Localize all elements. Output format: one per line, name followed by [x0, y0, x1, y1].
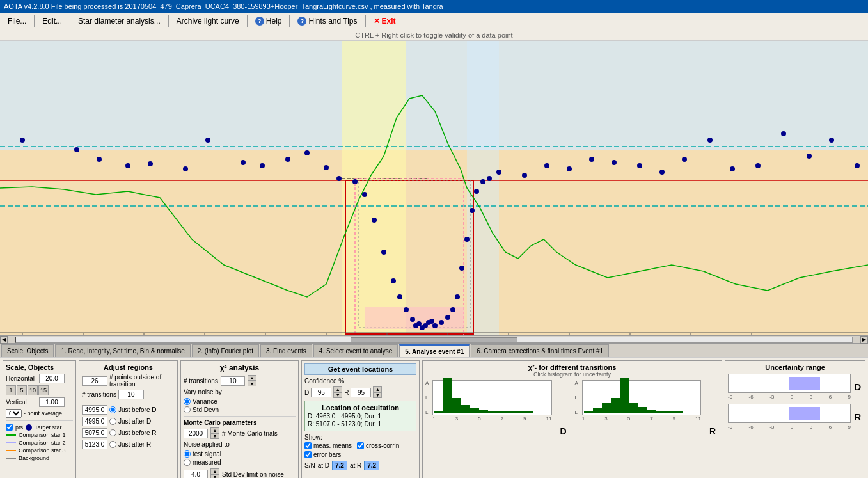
point-average-select[interactable]: 0 [6, 409, 22, 418]
scale-panel-title: Scale, Objects [6, 363, 73, 371]
just-before-r-radio[interactable] [109, 429, 116, 436]
scrollbar-thumb[interactable] [351, 337, 517, 342]
std-dev-stepper: ▲ ▼ [210, 468, 219, 478]
vertical-input[interactable] [39, 397, 65, 407]
exit-icon: ✕ [374, 17, 380, 26]
horizontal-scrollbar[interactable] [15, 337, 853, 343]
mc-trials-input[interactable] [184, 429, 208, 438]
tab-read-integrity[interactable]: 1. Read, Integrity, Set time, Bin & norm… [55, 344, 190, 357]
transitions-up[interactable]: ▲ [248, 375, 256, 381]
hints-icon: ? [297, 17, 306, 26]
measured-option: measured [184, 459, 296, 466]
pts-outside-input[interactable] [82, 376, 107, 386]
d-unc-chart-area: -9 -6 -3 0 3 6 9 [728, 374, 851, 400]
d-bar-5 [470, 408, 479, 413]
comp-star-1-color [6, 434, 16, 436]
scale-btn-5[interactable]: 5 [17, 385, 27, 395]
location-box: Location of occultation D: 4963.0 - 4995… [304, 401, 416, 431]
tab-scale-objects[interactable]: Scale, Objects [1, 344, 54, 357]
svg-point-62 [781, 131, 786, 136]
target-star-checkbox[interactable] [6, 424, 13, 431]
transitions-down[interactable]: ▼ [248, 381, 256, 386]
just-before-r-label: Just before R [109, 429, 156, 436]
tab-analyse-event[interactable]: 5. Analyse event #1 [399, 344, 470, 357]
menu-hints[interactable]: ? Hints and Tips [292, 15, 362, 27]
cross-corrln-item: cross-corrln [357, 442, 399, 449]
just-after-r-input[interactable] [82, 440, 107, 449]
svg-point-56 [637, 163, 642, 168]
svg-point-17 [183, 166, 188, 171]
background-legend: Background [6, 455, 73, 461]
r-hist-chart[interactable] [582, 380, 701, 415]
variance-radio[interactable] [184, 398, 191, 405]
scale-btn-1[interactable]: 1 [6, 385, 16, 395]
conf-d-down[interactable]: ▼ [333, 392, 342, 398]
stddevn-radio[interactable] [184, 406, 191, 413]
noise-radio-group: test signal measured [184, 450, 296, 466]
test-signal-radio[interactable] [184, 450, 191, 458]
std-dev-up[interactable]: ▲ [210, 468, 219, 474]
mc-trials-down[interactable]: ▼ [210, 433, 219, 439]
menu-archive[interactable]: Archive light curve [171, 15, 244, 27]
transitions-input[interactable] [118, 390, 144, 399]
scroll-right-arrow[interactable]: ▶ [860, 336, 868, 344]
tab-find-events[interactable]: 3. Find events [260, 344, 312, 357]
d-bar-2 [443, 378, 452, 413]
error-bars-checkbox[interactable] [304, 451, 312, 458]
pts-outside-row: # points outside of transition [82, 374, 175, 388]
tab-select-event[interactable]: 4. Select event to analyse [313, 344, 398, 357]
chi2-transitions-input[interactable] [221, 376, 245, 386]
measured-radio[interactable] [184, 459, 191, 466]
d-unc-bar [789, 377, 820, 390]
just-after-d-input[interactable] [82, 417, 107, 426]
r-bar-6 [629, 403, 638, 413]
scale-btn-15[interactable]: 15 [38, 385, 49, 395]
menu-star-diameter[interactable]: Star diameter analysis... [73, 15, 166, 27]
scroll-left-arrow[interactable]: ◀ [0, 336, 8, 344]
menu-edit[interactable]: Edit... [37, 15, 67, 27]
conf-d-input[interactable] [311, 388, 331, 397]
menu-file[interactable]: File... [3, 15, 31, 27]
pts-label: pts [15, 424, 23, 431]
conf-r-up[interactable]: ▲ [373, 386, 382, 392]
menu-help[interactable]: ? Help [250, 15, 287, 27]
horizontal-input[interactable] [39, 374, 65, 383]
chi2-hist-subtitle: Click histogram for uncertainty [425, 371, 719, 378]
variance-radio-group: Variance Std Devn [184, 398, 296, 413]
std-dev-down[interactable]: ▼ [210, 474, 219, 478]
r-bar-3 [602, 403, 611, 413]
d-hist-chart[interactable] [432, 380, 551, 415]
r-bar-5 [620, 378, 629, 413]
svg-point-24 [336, 176, 342, 181]
tab-camera-corrections[interactable]: 6. Camera corrections & final times Even… [471, 344, 609, 357]
show-label: Show: [304, 434, 416, 441]
just-before-d-input[interactable] [82, 405, 107, 415]
std-dev-input[interactable] [184, 470, 208, 479]
conf-d-up[interactable]: ▲ [333, 386, 342, 392]
svg-point-40 [439, 320, 444, 325]
just-after-d-radio[interactable] [109, 418, 116, 425]
just-before-r-input[interactable] [82, 428, 107, 438]
menu-exit[interactable]: ✕ Exit [368, 15, 401, 27]
d-bar-6 [479, 410, 488, 413]
svg-point-14 [97, 157, 102, 162]
svg-point-41 [445, 315, 450, 320]
meas-means-checkbox[interactable] [304, 442, 312, 449]
just-before-r-row: Just before R [82, 428, 175, 438]
just-before-d-radio[interactable] [109, 406, 116, 413]
d-uncertainty-chart[interactable] [728, 374, 851, 393]
r-uncertainty-chart[interactable] [728, 404, 851, 423]
menu-divider-1 [34, 15, 35, 27]
mc-trials-up[interactable]: ▲ [210, 427, 219, 433]
cross-corrln-checkbox[interactable] [357, 442, 364, 449]
svg-point-21 [285, 157, 290, 162]
svg-point-63 [807, 154, 812, 159]
snr-at-r-label: at R [350, 462, 361, 469]
conf-r-down[interactable]: ▼ [373, 392, 382, 398]
tab-fourier[interactable]: 2. (info) Fourier plot [192, 344, 259, 357]
just-after-r-radio[interactable] [109, 441, 116, 448]
conf-r-input[interactable] [351, 388, 371, 397]
svg-point-50 [496, 170, 501, 175]
scale-btn-10[interactable]: 10 [28, 385, 38, 395]
title-text: AOTA v4.2.8.0 File being processed is 20… [4, 3, 443, 10]
